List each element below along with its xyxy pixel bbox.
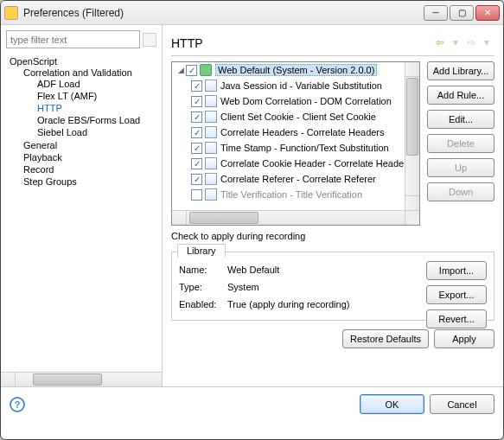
checkbox[interactable]: ✓ <box>191 127 202 138</box>
apply-button[interactable]: Apply <box>434 329 494 348</box>
help-icon[interactable]: ? <box>10 397 25 412</box>
rule-icon <box>205 188 217 201</box>
rule-item[interactable]: Title Verification - Title Verification <box>172 187 419 202</box>
left-panel: OpenScript Correlation and Validation AD… <box>1 25 163 386</box>
forward-menu-icon[interactable]: ▾ <box>479 36 494 50</box>
tree-item-playback[interactable]: Playback <box>23 151 162 163</box>
tree-item-record[interactable]: Record <box>23 163 162 175</box>
tree-item-stepgroups[interactable]: Step Groups <box>23 175 162 188</box>
ok-button[interactable]: OK <box>360 394 424 414</box>
filter-input[interactable] <box>6 30 140 48</box>
tree-item-siebel[interactable]: Siebel Load <box>37 126 162 138</box>
revert-button[interactable]: Revert... <box>426 309 487 328</box>
checkbox[interactable]: ✓ <box>191 80 202 92</box>
down-button[interactable]: Down <box>427 182 494 201</box>
back-menu-icon[interactable]: ▾ <box>448 36 463 50</box>
rule-icon <box>205 80 217 92</box>
checkbox[interactable]: ✓ <box>191 158 202 169</box>
rule-item[interactable]: ✓Correlate Cookie Header - Correlate Hea… <box>172 156 419 171</box>
tree-item-http[interactable]: HTTP <box>37 102 162 114</box>
add-library-button[interactable]: Add Library... <box>427 61 494 80</box>
rule-root-label: Web Default (System - Version 2.0.0) <box>215 64 377 76</box>
rule-icon <box>205 157 217 169</box>
import-button[interactable]: Import... <box>426 261 487 280</box>
expand-icon[interactable]: ◢ <box>175 66 186 74</box>
checkbox[interactable]: ✓ <box>191 96 202 107</box>
edit-button[interactable]: Edit... <box>427 110 494 129</box>
add-rule-button[interactable]: Add Rule... <box>427 86 494 105</box>
tree-hscrollbar[interactable] <box>1 372 162 386</box>
enabled-value: True (apply during recording) <box>227 299 349 309</box>
rule-icon <box>205 173 217 185</box>
tree-item-ebs[interactable]: Oracle EBS/Forms Load <box>37 114 162 126</box>
close-button[interactable]: ✕ <box>475 5 500 21</box>
rule-icon <box>205 111 217 123</box>
restore-defaults-button[interactable]: Restore Defaults <box>342 329 429 348</box>
clear-filter-button[interactable] <box>143 33 156 47</box>
forward-icon[interactable]: ⇨ <box>463 36 479 50</box>
rule-root[interactable]: ◢ ✓ Web Default (System - Version 2.0.0) <box>172 62 419 78</box>
scroll-corner <box>405 210 419 225</box>
titlebar[interactable]: Preferences (Filtered) ─ ▢ ✕ <box>1 1 503 25</box>
library-icon <box>200 64 212 76</box>
preferences-tree[interactable]: OpenScript Correlation and Validation AD… <box>1 54 162 372</box>
tree-item-general[interactable]: General <box>23 139 162 151</box>
page-title: HTTP <box>171 36 432 50</box>
tree-item-openscript[interactable]: OpenScript Correlation and Validation AD… <box>10 55 162 188</box>
type-label: Type: <box>179 282 220 292</box>
rule-item[interactable]: ✓Time Stamp - Function/Text Substitution <box>172 140 419 156</box>
rule-item[interactable]: ✓Java Session id - Variable Substitution <box>172 78 419 93</box>
enabled-label: Enabled: <box>179 299 220 309</box>
preferences-window: Preferences (Filtered) ─ ▢ ✕ OpenScript … <box>0 0 504 440</box>
right-panel: HTTP ⇦▾ ⇨▾ ◢ ✓ Web Default (System <box>163 25 503 386</box>
rule-item[interactable]: ✓Client Set Cookie - Client Set Cookie <box>172 109 419 124</box>
up-button[interactable]: Up <box>427 158 494 177</box>
checkbox[interactable]: ✓ <box>191 174 202 185</box>
delete-button[interactable]: Delete <box>427 134 494 153</box>
library-tab[interactable]: Library <box>177 244 226 258</box>
rule-item[interactable]: ✓Web Dom Correlation - DOM Correlation <box>172 93 419 109</box>
rule-item[interactable]: ✓Correlate Referer - Correlate Referer <box>172 171 419 187</box>
name-label: Name: <box>179 265 220 275</box>
export-button[interactable]: Export... <box>426 285 487 304</box>
back-icon[interactable]: ⇦ <box>432 36 448 50</box>
rule-item[interactable]: ✓Correlate Headers - Correlate Headers <box>172 124 419 140</box>
app-icon <box>4 6 18 20</box>
type-value: System <box>227 282 259 292</box>
name-value: Web Default <box>227 265 279 275</box>
window-title: Preferences (Filtered) <box>23 7 424 19</box>
rule-icon <box>205 95 217 107</box>
rule-icon <box>205 142 217 154</box>
list-hscrollbar[interactable] <box>172 210 405 225</box>
library-group: Library Name:Web Default Type:System Ena… <box>171 252 494 321</box>
footer: ? OK Cancel <box>1 386 503 421</box>
list-vscrollbar[interactable] <box>405 62 419 210</box>
cancel-button[interactable]: Cancel <box>430 394 494 414</box>
tree-item-correlation[interactable]: Correlation and Validation ADF Load Flex… <box>23 67 162 139</box>
maximize-button[interactable]: ▢ <box>450 5 474 21</box>
tree-item-adf[interactable]: ADF Load <box>37 78 162 90</box>
tree-item-flex[interactable]: Flex LT (AMF) <box>37 90 162 102</box>
checkbox[interactable]: ✓ <box>191 112 202 123</box>
checkbox[interactable]: ✓ <box>186 65 197 76</box>
rules-list[interactable]: ◢ ✓ Web Default (System - Version 2.0.0)… <box>171 61 420 226</box>
checkbox[interactable] <box>191 189 202 201</box>
minimize-button[interactable]: ─ <box>424 5 448 21</box>
checkbox[interactable]: ✓ <box>191 143 202 154</box>
rule-icon <box>205 126 217 138</box>
